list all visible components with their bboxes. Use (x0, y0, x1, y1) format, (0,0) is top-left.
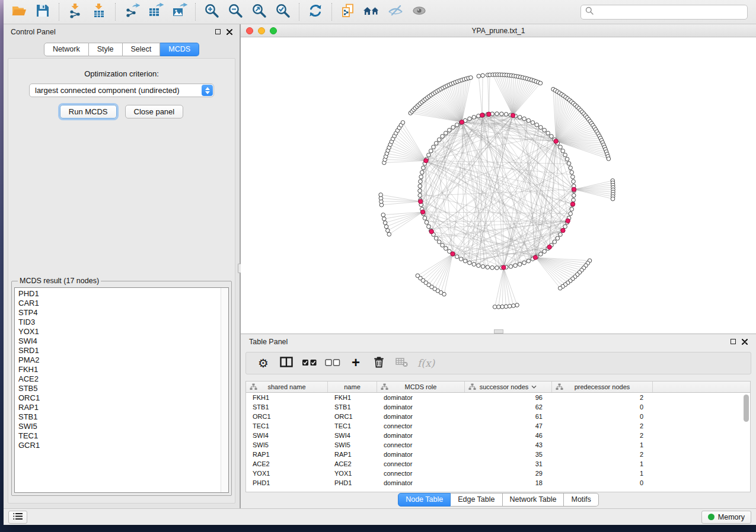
close-panel-button[interactable]: Close panel (125, 105, 184, 118)
network-node[interactable] (513, 264, 518, 268)
table-row[interactable]: ORC1ORC1dominator610 (246, 412, 750, 421)
mcds-hub-node[interactable] (419, 199, 423, 203)
mcds-hub-node[interactable] (554, 139, 558, 143)
network-node[interactable] (539, 252, 543, 257)
network-node[interactable] (527, 118, 531, 123)
satellite-node[interactable] (538, 81, 543, 85)
network-node[interactable] (418, 194, 422, 198)
export-table-button[interactable] (143, 1, 167, 23)
network-node[interactable] (504, 113, 508, 117)
network-node[interactable] (432, 145, 436, 149)
network-window-titlebar[interactable]: YPA_prune.txt_1 (241, 24, 756, 37)
first-neighbors-button[interactable] (360, 1, 384, 23)
table-row[interactable]: SWI5SWI5connector431 (246, 440, 750, 450)
result-node-item[interactable]: PHD1 (18, 289, 228, 299)
network-node[interactable] (572, 194, 576, 198)
satellite-node[interactable] (515, 303, 519, 307)
result-node-item[interactable]: PMA2 (18, 355, 228, 365)
network-node[interactable] (463, 259, 467, 263)
network-node[interactable] (550, 134, 554, 139)
mcds-hub-node[interactable] (572, 187, 576, 191)
satellite-node[interactable] (504, 305, 508, 309)
save-session-button[interactable] (31, 1, 55, 23)
network-node[interactable] (444, 246, 448, 251)
table-row[interactable]: ACE2ACE2connector311 (246, 459, 750, 469)
mcds-hub-node[interactable] (451, 252, 455, 256)
duplicate-network-button[interactable] (336, 1, 360, 23)
mcds-hub-node[interactable] (420, 210, 425, 214)
run-mcds-button[interactable]: Run MCDS (60, 105, 117, 118)
show-all-button[interactable] (407, 1, 431, 23)
close-window-light[interactable] (246, 27, 253, 34)
minimize-window-light[interactable] (258, 27, 265, 34)
satellite-node[interactable] (469, 76, 473, 80)
result-node-item[interactable]: SRD1 (18, 346, 228, 355)
delete-columns-button[interactable] (371, 354, 387, 372)
mcds-hub-node[interactable] (480, 113, 484, 117)
table-scrollbar-thumb[interactable] (744, 395, 749, 422)
table-row[interactable]: YOX1YOX1connector291 (246, 469, 750, 478)
tab-select[interactable]: Select (123, 43, 161, 56)
satellite-node[interactable] (383, 221, 387, 225)
satellite-node[interactable] (481, 73, 485, 78)
table-tab-edge-table[interactable]: Edge Table (451, 493, 502, 507)
mcds-hub-node[interactable] (502, 265, 506, 270)
result-node-item[interactable]: STB1 (18, 412, 228, 422)
show-column-panel-button[interactable] (279, 354, 294, 372)
network-node[interactable] (563, 153, 567, 157)
search-field[interactable] (580, 5, 748, 20)
network-node[interactable] (570, 171, 574, 175)
network-node[interactable] (425, 220, 429, 225)
network-node[interactable] (481, 265, 485, 269)
tab-network[interactable]: Network (44, 43, 89, 56)
network-node[interactable] (535, 123, 539, 127)
network-node[interactable] (437, 137, 441, 142)
network-node[interactable] (459, 257, 463, 261)
delete-table-button[interactable] (394, 354, 410, 372)
result-node-item[interactable]: SWI4 (18, 336, 228, 346)
network-node[interactable] (495, 266, 499, 270)
result-node-item[interactable]: STP4 (18, 308, 228, 318)
network-node[interactable] (451, 126, 455, 130)
network-node[interactable] (522, 261, 527, 265)
network-node[interactable] (419, 180, 423, 184)
network-node[interactable] (477, 264, 481, 268)
show-panels-button[interactable] (8, 511, 27, 524)
network-node[interactable] (468, 117, 472, 121)
network-node[interactable] (427, 225, 431, 229)
network-node[interactable] (495, 112, 499, 116)
export-image-button[interactable] (167, 1, 191, 23)
network-node[interactable] (527, 259, 531, 263)
result-node-item[interactable]: RAP1 (18, 403, 228, 412)
memory-button[interactable]: Memory (701, 511, 751, 524)
mcds-hub-node[interactable] (566, 219, 570, 223)
network-node[interactable] (553, 240, 557, 244)
satellite-node[interactable] (401, 120, 405, 124)
result-node-item[interactable]: GCR1 (18, 441, 228, 450)
column-header-successor-nodes[interactable]: successor nodes (465, 382, 552, 392)
result-node-item[interactable]: CAR1 (18, 299, 228, 308)
network-node[interactable] (561, 149, 565, 153)
network-node[interactable] (543, 128, 547, 132)
table-row[interactable]: PHD1PHD1dominator180 (246, 478, 750, 488)
network-node[interactable] (500, 112, 504, 116)
network-node[interactable] (572, 198, 576, 202)
network-node[interactable] (539, 126, 543, 130)
network-node[interactable] (571, 175, 575, 179)
mcds-hub-node[interactable] (570, 202, 575, 206)
satellite-node[interactable] (500, 305, 505, 309)
zoom-out-button[interactable] (224, 1, 247, 23)
network-node[interactable] (567, 162, 571, 166)
network-node[interactable] (444, 131, 448, 135)
result-node-item[interactable]: YOX1 (18, 327, 228, 336)
network-node[interactable] (486, 265, 490, 270)
create-column-button[interactable]: + (348, 354, 363, 372)
network-node[interactable] (570, 207, 574, 211)
satellite-node[interactable] (386, 229, 390, 233)
satellite-node[interactable] (384, 225, 388, 229)
refresh-button[interactable] (304, 1, 327, 23)
satellite-node[interactable] (387, 232, 391, 236)
float-table-panel-icon[interactable] (731, 339, 736, 344)
open-file-button[interactable] (7, 1, 31, 23)
result-node-item[interactable]: TEC1 (18, 431, 228, 441)
